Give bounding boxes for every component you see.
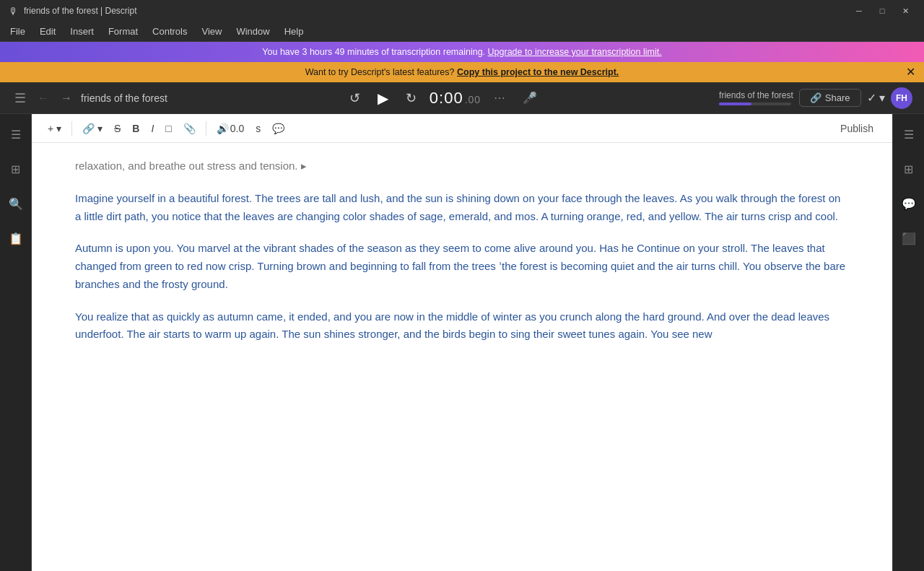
menu-format[interactable]: Format <box>101 23 145 40</box>
menu-view[interactable]: View <box>194 23 229 40</box>
transcription-text: You have 3 hours 49 minutes of transcrip… <box>262 47 661 57</box>
banner-close-button[interactable]: ✕ <box>906 66 915 78</box>
editor-container: + ▾ 🔗 ▾ S B I □ 📎 🔊 0.0 s 💬 Publish rela… <box>32 114 892 571</box>
copy-project-link[interactable]: Copy this project to the new Descript. <box>457 67 619 77</box>
right-sidebar: ☰ ⊞ 💬 ⬛ <box>892 114 924 571</box>
play-button[interactable]: ▶ <box>373 87 393 110</box>
clip-button[interactable]: 📎 <box>179 120 200 137</box>
mic-button[interactable]: 🎤 <box>518 88 541 108</box>
menu-edit[interactable]: Edit <box>32 23 63 40</box>
share-icon: 🔗 <box>810 92 821 103</box>
project-title: friends of the forest <box>81 92 167 104</box>
app-title: friends of the forest | Descript <box>24 6 137 16</box>
menu-insert[interactable]: Insert <box>63 23 101 40</box>
sidebar-grid-icon[interactable]: ⊞ <box>4 157 27 180</box>
separator-1 <box>71 121 72 136</box>
s-button[interactable]: s <box>251 120 265 137</box>
text-content[interactable]: relaxation, and breathe out stress and t… <box>32 143 892 571</box>
dots-menu-button[interactable]: ⋯ <box>489 88 510 108</box>
avatar[interactable]: FH <box>891 87 912 109</box>
toolbar-center: ↺ ▶ ↻ 0:00 .00 ⋯ 🎤 <box>173 87 713 110</box>
left-sidebar: ☰ ⊞ 🔍 📋 <box>0 114 32 571</box>
format-toolbar: + ▾ 🔗 ▾ S B I □ 📎 🔊 0.0 s 💬 Publish <box>32 114 892 143</box>
time-value: 0:00 <box>430 89 463 108</box>
paragraph-fade: relaxation, and breathe out stress and t… <box>75 157 849 175</box>
paragraph-1: Imagine yourself in a beautiful forest. … <box>75 190 849 226</box>
separator-2 <box>206 121 206 136</box>
right-sidebar-grid-icon[interactable]: ⊞ <box>897 157 920 180</box>
comment-button[interactable]: 💬 <box>268 120 289 137</box>
menu-help[interactable]: Help <box>277 23 311 40</box>
right-sidebar-menu-icon[interactable]: ☰ <box>897 123 920 146</box>
close-button[interactable]: ✕ <box>895 4 915 18</box>
share-button[interactable]: 🔗 Share <box>799 89 861 107</box>
share-label: Share <box>825 92 850 103</box>
forward-button[interactable]: → <box>58 89 75 108</box>
sidebar-search-icon[interactable]: 🔍 <box>4 192 27 215</box>
volume-button[interactable]: 🔊 0.0 <box>212 120 248 137</box>
main-container: ☰ ⊞ 🔍 📋 + ▾ 🔗 ▾ S B I □ 📎 🔊 0.0 s 💬 Publ… <box>0 114 924 571</box>
menu-controls[interactable]: Controls <box>145 23 194 40</box>
forward-skip-button[interactable]: ↻ <box>401 87 421 109</box>
menu-file[interactable]: File <box>3 23 32 40</box>
upgrade-link[interactable]: Upgrade to increase your transcription l… <box>488 47 662 57</box>
right-sidebar-layout-icon[interactable]: ⬛ <box>897 227 920 250</box>
main-toolbar: ☰ ← → friends of the forest ↺ ▶ ↻ 0:00 .… <box>0 82 924 114</box>
time-display: 0:00 .00 <box>430 89 481 108</box>
project-progress-bar <box>719 103 791 105</box>
title-bar-controls[interactable]: ─ □ ✕ <box>849 4 915 18</box>
bold-button[interactable]: B <box>128 120 144 137</box>
paragraph-2: Autumn is upon you. You marvel at the vi… <box>75 240 849 293</box>
paragraph-3: You realize that as quickly as autumn ca… <box>75 308 849 344</box>
transcription-banner: You have 3 hours 49 minutes of transcrip… <box>0 42 924 62</box>
app-icon: 🎙 <box>9 6 18 17</box>
new-features-banner: Want to try Descript's latest features? … <box>0 62 924 82</box>
toolbar-left: ☰ ← → friends of the forest <box>12 87 167 109</box>
check-button[interactable]: ✓ ▾ <box>867 91 885 105</box>
sidebar-clipboard-icon[interactable]: 📋 <box>4 227 27 250</box>
sidebar-menu-icon[interactable]: ☰ <box>4 123 27 146</box>
menu-bar: File Edit Insert Format Controls View Wi… <box>0 22 924 42</box>
project-info: friends of the forest <box>719 90 793 105</box>
back-button[interactable]: ← <box>35 89 52 108</box>
right-sidebar-comment-icon[interactable]: 💬 <box>897 192 920 215</box>
title-bar-left: 🎙 friends of the forest | Descript <box>9 6 137 17</box>
add-button[interactable]: + ▾ <box>43 120 66 137</box>
new-features-text: Want to try Descript's latest features? … <box>305 67 619 77</box>
title-bar: 🎙 friends of the forest | Descript ─ □ ✕ <box>0 0 924 22</box>
toolbar-right: friends of the forest 🔗 Share ✓ ▾ FH <box>719 87 912 109</box>
maximize-button[interactable]: □ <box>872 4 892 18</box>
time-decimal: .00 <box>465 94 481 105</box>
publish-button[interactable]: Publish <box>833 120 881 137</box>
italic-button[interactable]: I <box>147 120 158 137</box>
project-info-name: friends of the forest <box>719 90 793 100</box>
box-button[interactable]: □ <box>161 120 175 137</box>
strikethrough-button[interactable]: S <box>110 120 125 137</box>
hamburger-button[interactable]: ☰ <box>12 87 29 109</box>
link-tool-button[interactable]: 🔗 ▾ <box>78 120 107 137</box>
rewind-button[interactable]: ↺ <box>345 87 365 109</box>
menu-window[interactable]: Window <box>229 23 276 40</box>
minimize-button[interactable]: ─ <box>849 4 869 18</box>
